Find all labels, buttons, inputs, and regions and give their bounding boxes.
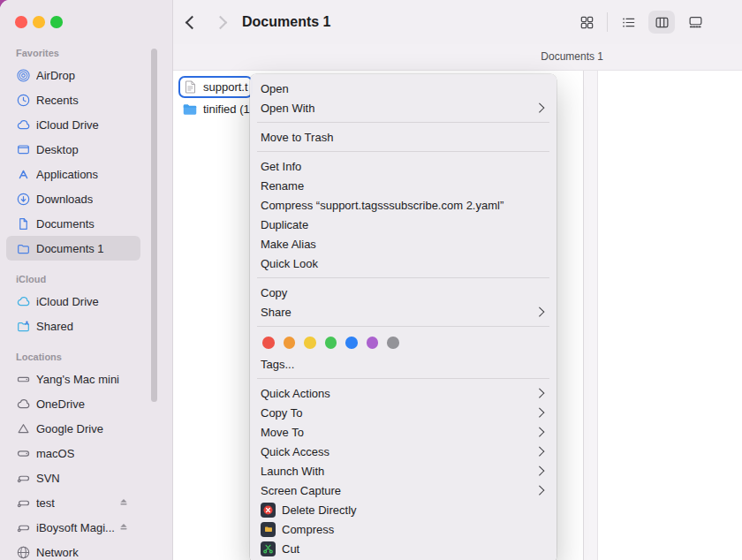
sidebar-item-test[interactable]: test [6, 490, 140, 515]
menu-item-label: Make Alias [261, 238, 316, 251]
menu-item-label: Quick Access [261, 445, 329, 458]
sidebar-item-google-drive[interactable]: Google Drive [6, 416, 140, 441]
sidebar-item-network[interactable]: Network [6, 540, 140, 560]
context-menu: OpenOpen WithMove to TrashGet InfoRename… [250, 74, 556, 560]
sidebar-item-downloads[interactable]: Downloads [6, 186, 140, 211]
menu-item-quick-look[interactable]: Quick Look [250, 254, 556, 273]
menu-item-rename[interactable]: Rename [250, 176, 556, 195]
submenu-chevron-icon [534, 466, 544, 476]
menu-item-get-info[interactable]: Get Info [250, 156, 556, 176]
menu-item-move-to[interactable]: Move To [250, 422, 556, 442]
menu-item-label: Rename [261, 179, 304, 193]
desktop-icon [16, 142, 31, 157]
file-name: support.t [203, 80, 248, 94]
sidebar-item-label: test [36, 496, 55, 510]
sidebar-item-label: SVN [36, 472, 60, 485]
menu-item-copy-to[interactable]: Copy To [250, 403, 556, 422]
menu-item-launch-with[interactable]: Launch With [250, 461, 556, 481]
gallery-view-icon [689, 16, 702, 29]
menu-item-label: Screen Capture [261, 484, 341, 497]
sidebar-item-yang-s-mac-mini[interactable]: Yang's Mac mini [6, 367, 140, 391]
sidebar-sections: FavoritesAirDropRecentsiCloud DriveDeskt… [0, 0, 172, 560]
applications-icon [16, 167, 31, 182]
close-button[interactable] [15, 16, 27, 28]
menu-item-screen-capture[interactable]: Screen Capture [250, 481, 556, 500]
tag-dot[interactable] [367, 337, 379, 349]
mac-mini-icon [16, 372, 31, 387]
sidebar-item-icloud-drive[interactable]: iCloud Drive [6, 289, 140, 314]
menu-item-compress[interactable]: Compress [250, 519, 556, 539]
column-divider[interactable] [583, 71, 598, 560]
sidebar-item-svn[interactable]: SVN [6, 465, 140, 490]
disk-external-icon [16, 496, 31, 511]
back-button[interactable] [182, 11, 201, 34]
icon-view-button[interactable] [573, 11, 600, 34]
sidebar-item-desktop[interactable]: Desktop [6, 137, 140, 162]
sidebar-item-documents-1[interactable]: Documents 1 [6, 236, 140, 261]
folder-file-icon [183, 102, 197, 117]
view-mode-group [573, 11, 708, 34]
menu-item-move-to-trash[interactable]: Move to Trash [250, 127, 556, 147]
sidebar-item-documents[interactable]: Documents [6, 211, 140, 236]
sidebar-item-shared[interactable]: Shared [6, 314, 140, 338]
clock-icon [16, 93, 31, 108]
sidebar-item-recents[interactable]: Recents [6, 87, 140, 112]
document-file-icon [183, 80, 197, 95]
sidebar-item-airdrop[interactable]: AirDrop [6, 63, 140, 87]
sidebar-item-applications[interactable]: Applications [6, 162, 140, 186]
tag-dot[interactable] [387, 337, 399, 349]
menu-item-tags[interactable]: Tags... [250, 354, 556, 374]
submenu-chevron-icon [534, 447, 544, 457]
menu-separator [257, 122, 549, 123]
chevron-right-icon [213, 15, 227, 29]
file-name: tinified (1 [203, 102, 250, 116]
sidebar-item-onedrive[interactable]: OneDrive [6, 391, 140, 416]
sidebar: FavoritesAirDropRecentsiCloud DriveDeskt… [0, 0, 173, 560]
sidebar-item-label: Applications [36, 168, 98, 181]
sidebar-item-label: OneDrive [36, 397, 85, 411]
sidebar-section-locations: LocationsYang's Mac miniOneDriveGoogle D… [0, 348, 172, 560]
menu-item-compress-support-tagsssubscribe-com-2-yaml[interactable]: Compress “support.tagsssubscribe.com 2.y… [250, 195, 556, 215]
menu-item-quick-actions[interactable]: Quick Actions [250, 383, 556, 403]
menu-item-copy[interactable]: Copy [250, 283, 556, 302]
eject-icon[interactable] [118, 497, 129, 508]
menu-item-label: Open With [261, 102, 314, 115]
folder-shared-icon [16, 319, 31, 334]
menu-item-open-with[interactable]: Open With [250, 98, 556, 117]
sidebar-item-iboysoft-magi[interactable]: iBoysoft Magi... [6, 515, 140, 540]
sidebar-scrollbar[interactable] [151, 49, 157, 402]
google-drive-icon [16, 421, 31, 436]
menu-item-label: Copy [261, 286, 287, 299]
forward-button[interactable] [210, 11, 230, 34]
menu-item-duplicate[interactable]: Duplicate [250, 215, 556, 234]
sidebar-item-icloud-drive[interactable]: iCloud Drive [6, 112, 140, 137]
menu-separator [257, 277, 549, 278]
gallery-view-button[interactable] [682, 11, 708, 34]
file-row-tinified-1[interactable]: tinified (1 [178, 98, 254, 120]
tag-dot[interactable] [284, 337, 296, 349]
sidebar-item-label: macOS [36, 447, 74, 460]
section-title: Locations [6, 348, 140, 367]
list-view-button[interactable] [615, 11, 641, 34]
menu-item-delete-directly[interactable]: Delete Directly [250, 500, 556, 519]
menu-item-make-alias[interactable]: Make Alias [250, 234, 556, 254]
column-view-button[interactable] [648, 11, 675, 34]
menu-item-label: Open [261, 82, 289, 95]
tag-dot[interactable] [345, 337, 358, 349]
menu-item-open[interactable]: Open [250, 79, 556, 98]
menu-item-label: Move To [261, 426, 304, 439]
tag-dot[interactable] [325, 337, 337, 349]
menu-item-share[interactable]: Share [250, 302, 556, 322]
minimize-button[interactable] [33, 16, 45, 28]
eject-icon[interactable] [118, 522, 129, 533]
submenu-chevron-icon [534, 408, 544, 418]
menu-item-cut[interactable]: Cut [250, 539, 556, 558]
tag-dot[interactable] [304, 337, 316, 349]
sidebar-item-macos[interactable]: macOS [6, 441, 140, 465]
file-row-support-t[interactable]: support.t [178, 76, 253, 98]
submenu-chevron-icon [534, 486, 544, 496]
zoom-button[interactable] [50, 16, 63, 28]
cloud-icon [16, 397, 31, 412]
tag-dot[interactable] [262, 337, 275, 349]
menu-item-quick-access[interactable]: Quick Access [250, 442, 556, 461]
